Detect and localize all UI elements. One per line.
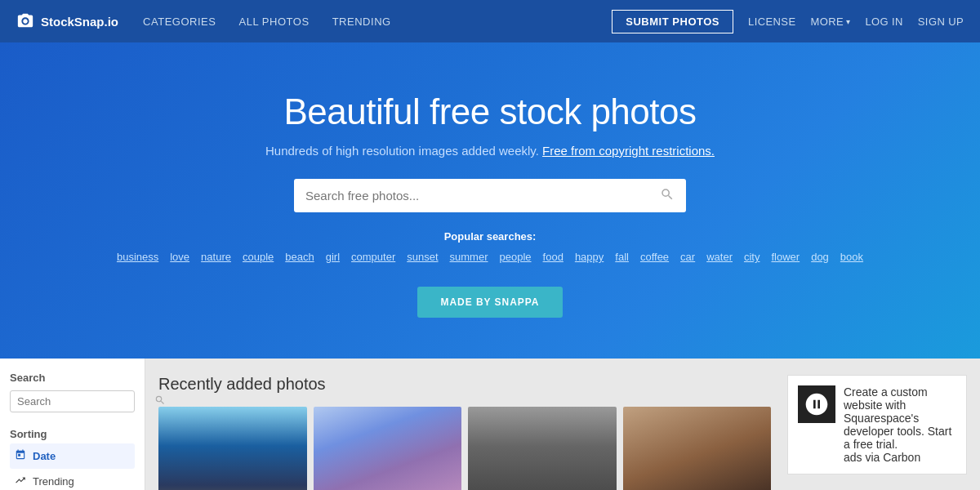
sidebar-search-wrap: [10, 390, 135, 412]
tag-happy[interactable]: happy: [575, 251, 604, 264]
nav-trending[interactable]: TRENDING: [332, 16, 391, 28]
sort-trending-label: Trending: [33, 475, 74, 488]
tag-nature[interactable]: nature: [201, 251, 231, 264]
tag-coffee[interactable]: coffee: [640, 251, 669, 264]
ad-description: Create a custom website with Squarespace…: [844, 385, 956, 451]
tag-car[interactable]: car: [680, 251, 695, 264]
tag-business[interactable]: business: [117, 251, 158, 264]
nav-more[interactable]: MORE ▾: [810, 16, 850, 28]
popular-searches-label: Popular searches:: [16, 230, 964, 243]
tag-book[interactable]: book: [840, 251, 863, 264]
navbar-right: SUBMIT PHOTOS LICENSE MORE ▾ LOG IN SIGN…: [612, 10, 964, 33]
camera-icon: [16, 11, 34, 32]
sort-option-trending[interactable]: Trending: [10, 469, 135, 490]
hero-section: Beautiful free stock photos Hundreds of …: [0, 42, 980, 359]
trending-icon: [15, 474, 26, 488]
tag-couple[interactable]: couple: [243, 251, 274, 264]
sorting-section-title: Sorting: [10, 428, 47, 440]
nav-signup[interactable]: SIGN UP: [918, 16, 964, 28]
tag-sunset[interactable]: sunset: [407, 251, 438, 264]
popular-tags-list: business love nature couple beach girl c…: [16, 251, 964, 264]
navbar: StockSnap.io CATEGORIES ALL PHOTOS TREND…: [0, 0, 980, 42]
snappa-button[interactable]: MADE BY SNAPPA: [417, 287, 562, 318]
tag-fall[interactable]: fall: [615, 251, 629, 264]
tag-love[interactable]: love: [170, 251, 189, 264]
photo-item-3[interactable]: [468, 407, 617, 490]
main-content: Create a custom website with Squarespace…: [145, 359, 980, 490]
ad-via: ads via Carbon: [844, 451, 956, 464]
sort-date-label: Date: [33, 450, 56, 462]
search-section-title: Search: [10, 372, 135, 384]
tag-city[interactable]: city: [744, 251, 760, 264]
nav-license[interactable]: LICENSE: [748, 16, 795, 28]
ad-text-block: Create a custom website with Squarespace…: [844, 385, 956, 464]
tag-dog[interactable]: dog: [811, 251, 829, 264]
site-logo[interactable]: StockSnap.io: [16, 11, 118, 32]
tag-summer[interactable]: summer: [450, 251, 488, 264]
sort-option-date[interactable]: Date: [10, 443, 135, 469]
submit-photos-button[interactable]: SUBMIT PHOTOS: [612, 10, 733, 33]
ad-block: Create a custom website with Squarespace…: [787, 375, 967, 474]
tag-beach[interactable]: beach: [285, 251, 314, 264]
sidebar: Search Sorting Desc Asc Date Trend: [0, 359, 145, 490]
lower-section: Search Sorting Desc Asc Date Trend: [0, 359, 980, 490]
search-icon: [660, 187, 675, 204]
hero-subtitle: Hundreds of high resolution images added…: [16, 144, 964, 158]
tag-food[interactable]: food: [543, 251, 564, 264]
nav-login[interactable]: LOG IN: [865, 16, 902, 28]
hero-heading: Beautiful free stock photos: [16, 91, 964, 132]
tag-girl[interactable]: girl: [326, 251, 340, 264]
squarespace-logo: [798, 385, 835, 423]
calendar-icon: [15, 449, 26, 463]
logo-text: StockSnap.io: [41, 15, 118, 29]
photo-item-1[interactable]: [158, 407, 307, 490]
tag-people[interactable]: people: [500, 251, 532, 264]
photo-item-4[interactable]: [623, 407, 772, 490]
tag-flower[interactable]: flower: [771, 251, 800, 264]
nav-links: CATEGORIES ALL PHOTOS TRENDING: [143, 16, 612, 28]
popular-searches: Popular searches: business love nature c…: [16, 230, 964, 264]
hero-search-input[interactable]: [305, 179, 660, 212]
chevron-down-icon: ▾: [846, 17, 850, 26]
nav-categories[interactable]: CATEGORIES: [143, 16, 216, 28]
photo-item-2[interactable]: [314, 407, 462, 490]
tag-computer[interactable]: computer: [351, 251, 395, 264]
copyright-link[interactable]: Free from copyright restrictions.: [542, 144, 715, 158]
hero-search-bar: [294, 179, 686, 212]
sidebar-search-input[interactable]: [17, 395, 154, 408]
tag-water[interactable]: water: [706, 251, 733, 264]
photo-grid: [158, 407, 771, 490]
nav-all-photos[interactable]: ALL PHOTOS: [239, 16, 310, 28]
